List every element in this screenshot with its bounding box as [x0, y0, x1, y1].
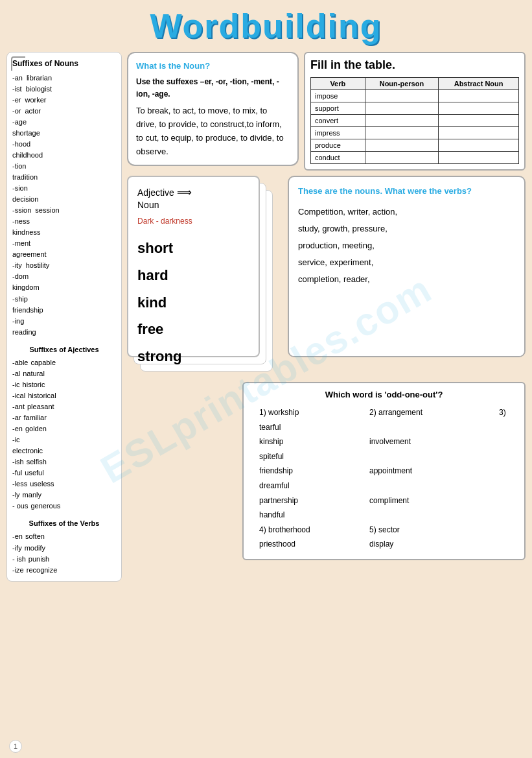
card-word-item: kind	[137, 289, 249, 316]
list-item: -ishselfish	[12, 456, 116, 468]
list-item: agreement	[12, 249, 116, 260]
odd-row: 4) brotherhood5) sector	[253, 523, 515, 538]
table-empty-cell[interactable]	[439, 152, 519, 164]
table-verb-cell: impress	[311, 127, 365, 139]
odd-col1: friendship	[253, 464, 369, 479]
card-word-item: strong	[137, 343, 249, 370]
odd-col2: compliment	[369, 494, 499, 508]
odd-col1: priesthood	[253, 538, 369, 552]
odd-row: priesthooddisplay	[253, 538, 515, 552]
fill-table-title: Fill in the table.	[310, 58, 519, 72]
odd-col3	[499, 421, 515, 435]
table-empty-cell[interactable]	[365, 127, 439, 139]
list-item: -dom	[12, 271, 116, 282]
top-row: What is the Noun? Use the suffexes –er, …	[127, 52, 526, 171]
list-item: -lessuseless	[12, 479, 116, 490]
card-words-list: shorthardkindfreestrong	[137, 235, 249, 370]
odd-col2: 2) arrangement	[369, 406, 499, 420]
table-empty-cell[interactable]	[365, 115, 439, 127]
list-item: -ing	[12, 316, 116, 327]
odd-col3	[499, 538, 515, 552]
table-empty-cell[interactable]	[439, 139, 519, 152]
noun-box-body: To break, to act, to move, to mix, to dr…	[136, 104, 290, 158]
table-empty-cell[interactable]	[365, 90, 439, 102]
fill-table: Verb Noun-person Abstract Noun imposesup…	[310, 77, 519, 164]
odd-col2	[369, 421, 499, 435]
odd-one-out-grid: 1) workship2) arrangement3)tearfulkinshi…	[253, 406, 515, 552]
table-empty-cell[interactable]	[439, 127, 519, 139]
fill-in-table-box: Fill in the table. Verb Noun-person Abst…	[304, 52, 526, 171]
table-verb-cell: convert	[311, 115, 365, 127]
table-verb-cell: impose	[311, 90, 365, 102]
list-item: -alnatural	[12, 368, 116, 379]
odd-row: friendshipappointment	[253, 464, 515, 479]
list-item: -arfamiliar	[12, 412, 116, 423]
card-example: Dark - darkness	[137, 217, 249, 226]
list-item: -ness	[12, 216, 116, 227]
nouns-line: Competition, writer, action,	[298, 204, 515, 220]
odd-col2: involvement	[369, 435, 499, 449]
list-item: -engolden	[12, 423, 116, 434]
odd-row: dreamful	[253, 479, 515, 493]
list-item: -anlibrarian	[12, 73, 116, 84]
verbs-suffix-list: -ensoften -ifymodify - ishpunish -izerec…	[12, 531, 116, 575]
odd-col3	[499, 523, 515, 538]
page-title: Wordbuilding	[6, 6, 526, 45]
list-item: childhood	[12, 150, 116, 161]
list-item: electronic	[12, 445, 116, 456]
list-item: -oractor	[12, 106, 116, 117]
odd-one-out-title: Which word is 'odd-one-out'?	[253, 390, 515, 399]
list-item: friendship	[12, 305, 116, 316]
list-item: -antpleasant	[12, 401, 116, 412]
card-word-item: hard	[137, 262, 249, 289]
page: ESLprintables.com Wordbuilding Suffixes …	[0, 0, 532, 758]
odd-col1: 1) workship	[253, 406, 369, 420]
odd-col3	[499, 435, 515, 449]
noun-box-subtitle: Use the suffexes –er, -or, -tion, -ment,…	[136, 76, 290, 101]
list-item: -izerecognize	[12, 565, 116, 576]
list-item: -ensoften	[12, 531, 116, 542]
center-right-area: What is the Noun? Use the suffexes –er, …	[127, 52, 526, 560]
odd-row: kinshipinvolvement	[253, 435, 515, 449]
left-sidebar: Suffixes of Nouns -anlibrarian -istbiolo…	[6, 52, 122, 582]
table-empty-cell[interactable]	[365, 139, 439, 152]
list-item: kingdom	[12, 282, 116, 293]
list-item: -sion	[12, 183, 116, 194]
list-item: tradition	[12, 172, 116, 183]
odd-col2	[369, 479, 499, 493]
card-word-item: free	[137, 316, 249, 343]
table-empty-cell[interactable]	[439, 90, 519, 102]
odd-row: 1) workship2) arrangement3)	[253, 406, 515, 420]
odd-col3	[499, 479, 515, 493]
list-item: -ichistoric	[12, 379, 116, 390]
nouns-verbs-box: These are the nouns. What were the verbs…	[288, 176, 526, 357]
list-item: shortage	[12, 128, 116, 139]
col-header-abstract-noun: Abstract Noun	[439, 78, 519, 90]
table-empty-cell[interactable]	[439, 115, 519, 127]
list-item: -ship	[12, 294, 116, 305]
table-empty-cell[interactable]	[365, 152, 439, 164]
odd-col3: 3)	[499, 406, 515, 420]
nouns-verbs-content: Competition, writer, action,study, growt…	[298, 204, 515, 288]
odd-col1: 4) brotherhood	[253, 523, 369, 538]
odd-col3	[499, 494, 515, 508]
col-header-verb: Verb	[311, 78, 365, 90]
table-empty-cell[interactable]	[439, 102, 519, 115]
list-item: -istbiologist	[12, 84, 116, 95]
arrow-icon: ⟹	[177, 186, 192, 198]
list-item: -ic	[12, 434, 116, 445]
nouns-line: completion, reader,	[298, 271, 515, 288]
nouns-line: service, experiment,	[298, 254, 515, 271]
noun-label: Noun	[137, 200, 249, 210]
table-empty-cell[interactable]	[365, 102, 439, 115]
page-number: 1	[9, 740, 22, 753]
nouns-line: study, growth, pressure,	[298, 220, 515, 237]
odd-col2	[369, 508, 499, 523]
verbs-suffix-section: Suffixes of the Verbs -ensoften -ifymodi…	[12, 518, 116, 575]
list-item: -ityhostility	[12, 260, 116, 271]
list-item: -age	[12, 117, 116, 128]
odd-col3	[499, 450, 515, 464]
adjective-label: Adjective	[137, 187, 174, 198]
noun-box-title: What is the Noun?	[136, 60, 290, 73]
list-item: -ment	[12, 238, 116, 249]
